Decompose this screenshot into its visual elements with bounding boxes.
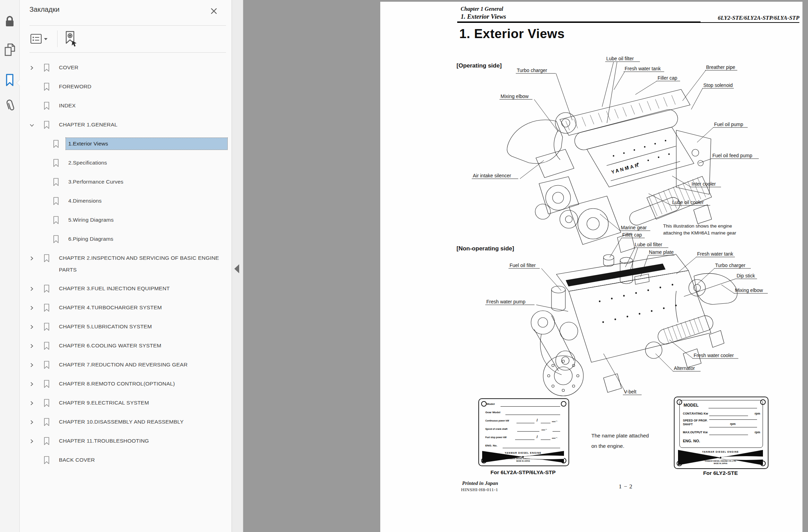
bookmark-item[interactable]: BACK COVER <box>20 451 232 470</box>
attachments-icon[interactable] <box>3 98 17 113</box>
diagram-label: Air intake silencer <box>473 173 511 178</box>
bookmark-item[interactable]: CHAPTER 9.ELECTRICAL SYSTEM <box>20 393 232 413</box>
chevron-right-icon[interactable] <box>29 62 43 72</box>
chevron-down-icon[interactable] <box>29 119 43 129</box>
bookmark-ribbon-icon <box>43 416 50 428</box>
page-thumbnails-icon[interactable] <box>3 42 17 57</box>
chevron-right-icon[interactable] <box>29 378 43 388</box>
diagram-label: Marine gear <box>621 225 647 230</box>
chevron-right-icon[interactable] <box>29 302 43 312</box>
bookmark-item[interactable]: CHAPTER 11.TROUBLESHOOTING <box>20 432 232 451</box>
bookmark-item[interactable]: CHAPTER 8.REMOTO CONTROL(OPTIONAL) <box>20 374 232 393</box>
band-origin: MADE IN JAPAN <box>693 462 748 464</box>
diagram-label: Inter cooler <box>692 181 716 187</box>
chevron-right-icon[interactable] <box>29 359 43 369</box>
diagram-label: Turbo charger <box>517 68 547 73</box>
name-plate-right: MODEL CONT.RATING Kw rpm SPEED OF PROP. … <box>674 397 768 469</box>
bookmark-item[interactable]: CHAPTER 4.TURBOCHARGER SYSTEM <box>20 298 232 317</box>
bookmark-item[interactable]: FOREWORD <box>20 77 232 96</box>
diagram-label: Lube oil filter <box>635 242 662 247</box>
chevron-right-icon[interactable] <box>29 283 43 293</box>
bookmark-label: CHAPTER 8.REMOTO CONTROL(OPTIONAL) <box>57 378 177 390</box>
security-lock-icon[interactable] <box>3 14 17 29</box>
close-panel-button[interactable] <box>209 7 218 16</box>
bookmark-label: 2.Specifications <box>66 157 110 169</box>
name-plate-left: Model Gear Model Continuous power kW / m… <box>478 398 569 466</box>
diagram-label: V-belt <box>624 389 636 394</box>
bookmark-item[interactable]: CHAPTER 3.FUEL INJECTION EQUIPMENT <box>20 279 232 298</box>
band-origin: MADE IN JAPAN <box>497 460 549 462</box>
plate-row-label: CONT.RATING Kw <box>683 412 708 415</box>
diagram-label: Stop solenoid <box>703 82 733 88</box>
bookmark-label: CHAPTER 5.LUBRICATION SYSTEM <box>57 321 154 332</box>
band-company: YANMAR DIESEL ENGINE CO.,LTD. <box>693 460 748 462</box>
chevron-right-icon[interactable] <box>29 340 43 350</box>
page-model-designations: 6LY2-STE/6LY2A-STP/6LYA-STP <box>718 15 799 21</box>
bookmarks-toolbar <box>20 26 232 53</box>
panel-splitter[interactable] <box>232 0 243 532</box>
chevron-right-icon[interactable] <box>29 397 43 407</box>
bookmark-item[interactable]: CHAPTER 1.GENERAL <box>20 115 232 134</box>
bookmark-item[interactable]: 3.Performance Curves <box>20 172 232 192</box>
close-icon <box>210 7 218 15</box>
plate-row-label: Speed of crank shaft <box>485 428 507 430</box>
bookmark-item[interactable]: 5.Wiring Diagrams <box>20 211 232 230</box>
bookmark-list: COVERFOREWORDINDEXCHAPTER 1.GENERAL1.Ext… <box>20 54 232 532</box>
chevron-right-icon[interactable] <box>29 321 43 331</box>
bookmark-item[interactable]: CHAPTER 6.COOLING WATER SYSTEM <box>20 336 232 355</box>
bookmark-item[interactable]: 4.Dimensions <box>20 192 232 211</box>
add-bookmark-button[interactable] <box>63 30 78 48</box>
bookmark-item[interactable]: INDEX <box>20 96 232 115</box>
add-bookmark-icon <box>63 30 78 48</box>
bookmark-options-button[interactable] <box>30 33 48 45</box>
plate-row-label: ENG. No. <box>485 444 497 447</box>
expander-spacer <box>29 100 43 104</box>
diagram-label: Filler cap <box>622 232 642 238</box>
bookmark-label: CHAPTER 2.INSPECTION AND SERVICING OF BA… <box>57 252 227 276</box>
bookmark-item[interactable]: COVER <box>20 58 232 77</box>
bookmark-ribbon-icon <box>43 81 50 93</box>
bookmark-label: 6.Piping Diagrams <box>66 233 116 245</box>
bookmark-ribbon-icon <box>43 302 50 314</box>
bookmarks-panel-icon[interactable] <box>3 73 17 88</box>
bookmark-item[interactable]: 1.Exterior Views <box>20 134 232 153</box>
plate-row-label: Continuous power kW <box>485 419 509 422</box>
bookmark-label: 3.Performance Curves <box>66 176 126 188</box>
chevron-right-icon[interactable] <box>29 435 43 445</box>
bookmark-item[interactable]: CHAPTER 10.DISASSEMBLY AND REASSEMBLY <box>20 413 232 432</box>
note-line: on the engine. <box>591 443 624 449</box>
bookmark-item[interactable]: 6.Piping Diagrams <box>20 230 232 249</box>
bookmark-item[interactable]: CHAPTER 5.LUBRICATION SYSTEM <box>20 317 232 336</box>
band-title: YANMAR DIESEL ENGINE <box>497 452 549 454</box>
plate-unit: rpm <box>755 412 760 415</box>
plate-brand-band: YANMAR DIESEL ENGINE YANMAR DIESEL ENGIN… <box>482 451 564 463</box>
bookmark-ribbon-icon <box>43 100 50 112</box>
expander-spacer <box>29 454 43 458</box>
chevron-down-icon <box>44 38 47 40</box>
collapse-panel-arrow[interactable] <box>234 264 239 273</box>
bookmarks-panel: Закладки COVERFOREWORDINDEXCHAP <box>20 0 232 532</box>
chevron-right-icon[interactable] <box>29 416 43 426</box>
panel-title: Закладки <box>29 6 60 14</box>
plate-unit: min⁻¹ <box>552 437 557 439</box>
diagram-label: Fresh water cooler <box>694 353 734 358</box>
plate-row-label: MODEL <box>684 403 698 408</box>
page-running-header-line2: 1. Exterior Views <box>461 13 506 20</box>
diagram-label: Lube oil filter <box>606 56 634 61</box>
bookmark-label: 4.Dimensions <box>66 195 104 207</box>
diagram-labels: [Operating side]Turbo chargerLube oil fi… <box>457 56 763 394</box>
bookmark-ribbon-icon <box>43 435 50 447</box>
toolbar-divider <box>57 30 58 47</box>
bookmark-item[interactable]: 2.Specifications <box>20 153 232 172</box>
bookmark-ribbon-icon <box>53 138 60 150</box>
diagram-label: Name plate <box>649 249 674 255</box>
bookmark-item[interactable]: CHAPTER 7.REDUCTION AND REVERSING GEAR <box>20 355 232 374</box>
page-running-header-line1: Chapter 1 General <box>461 6 503 12</box>
chevron-right-icon[interactable] <box>29 252 43 262</box>
document-viewer[interactable]: Chapter 1 General 1. Exterior Views 6LY2… <box>243 0 808 532</box>
page-title: 1. Exterior Views <box>459 27 565 41</box>
footer-code: HINSHI-H8-011-1 <box>461 487 498 493</box>
plate-row-label: ENG. NO. <box>683 439 700 443</box>
bookmark-label: CHAPTER 3.FUEL INJECTION EQUIPMENT <box>57 283 172 294</box>
bookmark-item[interactable]: CHAPTER 2.INSPECTION AND SERVICING OF BA… <box>20 249 232 279</box>
